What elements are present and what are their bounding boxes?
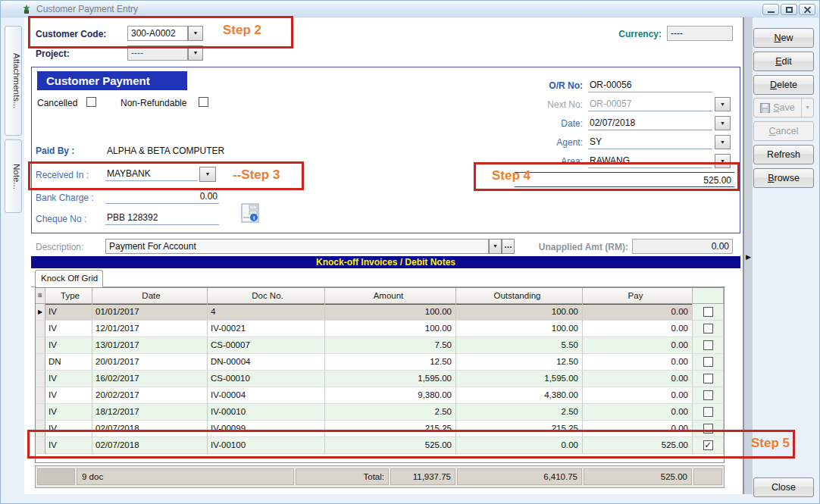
grid-row[interactable]: IV13/01/2017CS-000077.505.500.00 — [36, 337, 724, 354]
cell-pay[interactable]: 0.00 — [583, 304, 693, 321]
close-button[interactable]: Close — [753, 477, 814, 497]
cell-doc-no[interactable]: CS-00010 — [208, 371, 325, 387]
description-dropdown-icon[interactable]: ▼ — [489, 239, 502, 254]
cell-doc-no[interactable]: CS-00007 — [208, 337, 325, 354]
cell-type[interactable]: IV — [45, 321, 92, 337]
cell-doc-no[interactable]: 4 — [208, 304, 325, 321]
cell-date[interactable]: 20/01/2017 — [92, 354, 208, 371]
attachments-side-tab[interactable]: Attachments... — [5, 26, 22, 136]
save-dropdown-icon[interactable]: ▼ — [801, 99, 813, 117]
date-field[interactable]: 02/07/2018 — [588, 116, 712, 130]
grid-row[interactable]: IV20/02/2017IV-000049,380.004,380.000.00 — [36, 387, 724, 404]
cell-amount[interactable]: 100.00 — [325, 304, 456, 321]
cell-type[interactable]: IV — [45, 371, 92, 387]
cell-date[interactable]: 16/02/2017 — [92, 371, 208, 387]
cell-outstanding[interactable]: 4,380.00 — [456, 387, 583, 404]
row-selector-icon[interactable]: ≡ — [36, 288, 45, 303]
column-header-doc-no[interactable]: Doc No. — [208, 288, 325, 303]
next-no-dropdown-icon[interactable]: ▼ — [715, 97, 731, 111]
pay-checkbox[interactable] — [703, 390, 713, 400]
cell-amount[interactable]: 12.50 — [325, 354, 456, 371]
cell-doc-no[interactable]: IV-00010 — [208, 404, 325, 421]
row-indicator[interactable] — [36, 387, 45, 404]
column-header-amount[interactable]: Amount — [325, 288, 456, 303]
new-button[interactable]: New — [753, 28, 814, 48]
description-value[interactable]: Payment For Account — [105, 239, 489, 254]
description-combobox[interactable]: Payment For Account ▼ … — [105, 239, 515, 254]
calculator-icon[interactable]: i — [240, 203, 260, 223]
knock-off-grid-tab[interactable]: Knock Off Grid — [35, 270, 103, 287]
or-no-field[interactable]: OR-00056 — [588, 78, 712, 92]
pay-checkbox[interactable] — [703, 340, 713, 350]
cell-outstanding[interactable]: 12.50 — [456, 354, 583, 371]
edit-button[interactable]: Edit — [753, 52, 814, 71]
pay-checkbox[interactable] — [703, 407, 713, 417]
paid-by-value[interactable]: ALPHA & BETA COMPUTER — [107, 146, 224, 156]
cell-doc-no[interactable]: IV-00021 — [208, 321, 325, 337]
cell-type[interactable]: IV — [45, 337, 92, 354]
cell-pay[interactable]: 0.00 — [583, 354, 693, 371]
title-bar[interactable]: Customer Payment Entry — [1, 1, 820, 17]
minimize-button[interactable] — [762, 4, 779, 15]
cell-outstanding[interactable]: 2.50 — [456, 404, 583, 421]
cell-date[interactable]: 13/01/2017 — [92, 337, 208, 354]
cell-outstanding[interactable]: 5.50 — [456, 337, 583, 354]
expand-splitter-icon[interactable]: ▶ — [746, 253, 751, 261]
description-ellipsis-button[interactable]: … — [502, 239, 515, 254]
current-row-arrow-icon[interactable]: ▶ — [36, 304, 45, 321]
pay-checkbox[interactable] — [703, 307, 713, 317]
browse-button[interactable]: Browse — [753, 168, 814, 188]
non-refundable-checkbox[interactable] — [199, 97, 208, 107]
grid-row[interactable]: IV12/01/2017IV-00021100.00100.000.00 — [36, 321, 724, 337]
grid-row[interactable]: IV18/12/2017IV-000102.502.500.00 — [36, 404, 724, 421]
pay-checkbox[interactable] — [703, 357, 713, 367]
cell-doc-no[interactable]: IV-00004 — [208, 387, 325, 404]
row-indicator[interactable] — [36, 404, 45, 421]
row-indicator[interactable] — [36, 371, 45, 387]
column-header-check[interactable] — [693, 288, 724, 303]
row-indicator[interactable] — [36, 354, 45, 371]
note-side-tab[interactable]: Note... — [5, 139, 22, 213]
cell-type[interactable]: IV — [45, 304, 92, 321]
cancelled-checkbox[interactable] — [86, 97, 96, 107]
column-header-pay[interactable]: Pay — [583, 288, 693, 303]
pay-checkbox[interactable] — [703, 374, 713, 383]
bank-charge-field[interactable]: 0.00 — [105, 189, 219, 204]
cell-date[interactable]: 12/01/2017 — [92, 321, 208, 337]
cell-outstanding[interactable]: 100.00 — [456, 321, 583, 337]
date-dropdown-icon[interactable]: ▼ — [715, 116, 731, 130]
column-header-type[interactable]: Type — [45, 288, 92, 303]
grid-row[interactable]: DN20/01/2017DN-0000412.5012.500.00 — [36, 354, 724, 371]
cell-amount[interactable]: 7.50 — [325, 337, 456, 354]
cheque-no-field[interactable]: PBB 128392 — [105, 211, 219, 225]
agent-dropdown-icon[interactable]: ▼ — [715, 135, 731, 149]
cell-outstanding[interactable]: 1,595.00 — [456, 371, 583, 387]
cell-pay[interactable]: 0.00 — [583, 404, 693, 421]
cell-amount[interactable]: 9,380.00 — [325, 387, 456, 404]
delete-button[interactable]: Delete — [753, 75, 814, 95]
column-header-date[interactable]: Date — [92, 288, 208, 303]
cancel-button[interactable]: Cancel — [753, 121, 814, 141]
cell-amount[interactable]: 1,595.00 — [325, 371, 456, 387]
row-indicator[interactable] — [36, 321, 45, 337]
cell-date[interactable]: 20/02/2017 — [92, 387, 208, 404]
cell-pay[interactable]: 0.00 — [583, 387, 693, 404]
cell-date[interactable]: 01/01/2017 — [92, 304, 208, 321]
cell-pay[interactable]: 0.00 — [583, 371, 693, 387]
cell-amount[interactable]: 100.00 — [325, 321, 456, 337]
refresh-button[interactable]: Refresh — [753, 145, 814, 164]
maximize-button[interactable] — [781, 4, 797, 15]
cell-date[interactable]: 18/12/2017 — [92, 404, 208, 421]
next-no-field[interactable]: OR-00057 — [588, 97, 712, 111]
close-window-button[interactable] — [799, 4, 815, 15]
panel-splitter[interactable]: ▶ — [743, 17, 753, 494]
cell-pay[interactable]: 0.00 — [583, 337, 693, 354]
cell-doc-no[interactable]: DN-00004 — [208, 354, 325, 371]
grid-row[interactable]: ▶IV01/01/20174100.00100.000.00 — [36, 304, 724, 321]
agent-field[interactable]: SY — [588, 135, 712, 149]
cell-amount[interactable]: 2.50 — [325, 404, 456, 421]
grid-row[interactable]: IV16/02/2017CS-000101,595.001,595.000.00 — [36, 371, 724, 387]
pay-checkbox[interactable] — [703, 324, 713, 333]
cell-pay[interactable]: 0.00 — [583, 321, 693, 337]
cell-type[interactable]: DN — [45, 354, 92, 371]
